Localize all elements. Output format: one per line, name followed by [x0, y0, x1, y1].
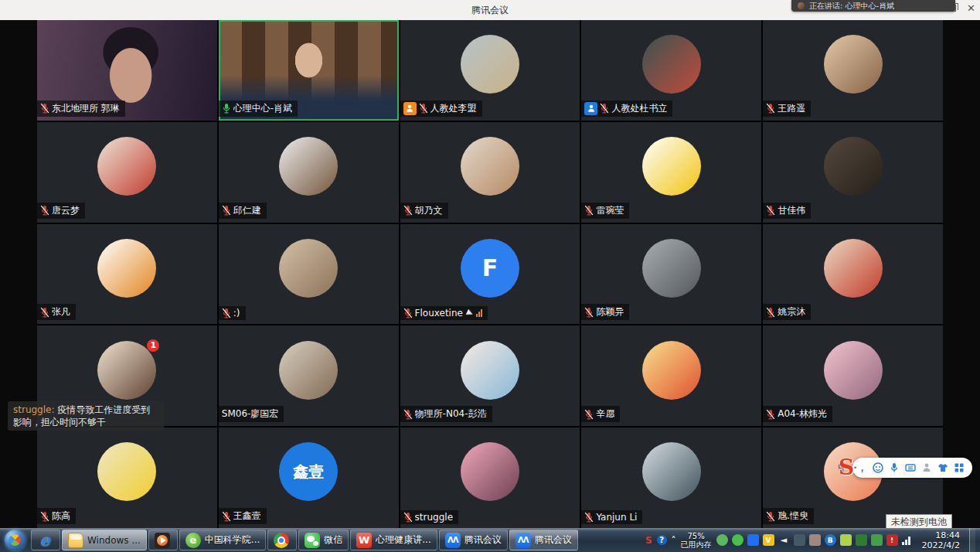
sogou-ime-toolbar[interactable]: S 中 ·，: [852, 458, 972, 478]
volume-icon[interactable]: ◄: [778, 534, 790, 546]
participant-tile[interactable]: 姚宗沐: [763, 224, 943, 325]
participant-tile[interactable]: 雷琬莹: [581, 122, 761, 223]
tray-expand-icon[interactable]: ˄: [672, 536, 676, 545]
taskbar-button-explorer[interactable]: Windows ...: [62, 530, 147, 550]
taskbar-button-browser360[interactable]: e 中国科学院...: [179, 530, 266, 550]
wechat-tray-icon[interactable]: [732, 534, 744, 546]
participant-name-label: Yanjun Li: [581, 510, 642, 524]
participant-tile[interactable]: F Flouxetine: [400, 224, 580, 325]
skin-shirt-icon[interactable]: [937, 462, 948, 473]
participant-name: 物理所-N04-彭浩: [415, 407, 487, 421]
participant-tile[interactable]: 王路遥: [763, 20, 943, 121]
start-button[interactable]: [5, 530, 26, 550]
memory-percent: 75%: [681, 532, 712, 540]
vg-downloader-icon[interactable]: V: [763, 534, 774, 546]
security-shield-icon[interactable]: [856, 534, 867, 546]
participant-name-label: 王路遥: [763, 101, 811, 117]
emoji-icon[interactable]: [873, 462, 883, 473]
participant-name-label: 邱仁建: [219, 203, 267, 219]
participant-tile[interactable]: 鑫壹 王鑫壹: [219, 428, 399, 528]
participant-tile[interactable]: 东北地理所 郭琳: [37, 20, 217, 121]
participant-name-label: 虺.悭臾: [763, 508, 814, 524]
participant-tile[interactable]: 邱仁建: [219, 122, 399, 223]
participant-name: 东北地理所 郭琳: [52, 102, 120, 115]
participant-name: 雷琬莹: [596, 204, 624, 217]
participant-tile[interactable]: 辛愿: [581, 325, 761, 426]
participant-tile[interactable]: 胡乃文: [400, 122, 580, 223]
meeting-tray-icon[interactable]: [747, 534, 759, 546]
participant-name-label: 姚宗沐: [763, 304, 811, 320]
taskbar-button-meeting[interactable]: ΛΛ 腾讯会议: [439, 530, 508, 550]
participant-tile[interactable]: 唐云梦: [37, 122, 217, 223]
participant-avatar: F: [461, 239, 519, 298]
participant-tile[interactable]: 陈高: [37, 428, 217, 528]
participant-tile[interactable]: Yanjun Li: [581, 428, 761, 528]
network-signal-icon[interactable]: [902, 536, 913, 545]
chat-message-overlay: struggle: 疫情导致工作进度受到影响，担心时间不够干: [8, 401, 164, 431]
participant-avatar: [824, 35, 883, 94]
battery-alert-icon[interactable]: !: [886, 534, 898, 546]
player-icon: [155, 533, 170, 548]
punctuation-icon[interactable]: ·，: [853, 461, 867, 475]
window-title: 腾讯会议: [471, 4, 509, 17]
participant-avatar: [97, 239, 156, 298]
participant-name: SM06-廖国宏: [222, 407, 279, 421]
mic-status-icon: [40, 511, 49, 522]
participant-tile[interactable]: 人教处杜书立: [581, 20, 761, 121]
participant-tile[interactable]: 心理中心-肖斌: [219, 20, 399, 121]
participant-name: Flouxetine: [415, 308, 463, 319]
participant-avatar: [642, 35, 701, 94]
participant-avatar: [642, 239, 701, 298]
chat-sender: struggle:: [13, 404, 55, 415]
app-label: Windows ...: [87, 535, 141, 546]
participant-avatar: [824, 239, 883, 298]
taskbar-button-wechat[interactable]: 微信: [298, 530, 349, 550]
bluetooth-icon[interactable]: B: [825, 534, 836, 546]
green-tool-icon[interactable]: [871, 534, 883, 546]
participant-name: 胡乃文: [415, 204, 443, 217]
avatar-text: F: [482, 254, 499, 281]
meeting-icon: ΛΛ: [445, 533, 461, 548]
sogou-logo-icon[interactable]: S: [839, 455, 854, 480]
voice-input-mic-icon[interactable]: [889, 462, 900, 473]
shield-360-icon[interactable]: [840, 534, 852, 546]
participant-tile[interactable]: struggle: [400, 428, 580, 528]
taskbar-button-player[interactable]: [148, 530, 178, 550]
participant-avatar: 鑫壹: [279, 442, 338, 501]
participant-tile[interactable]: SM06-廖国宏: [219, 325, 399, 426]
participant-tile[interactable]: 人教处李盟: [400, 20, 580, 121]
app-label: 微信: [324, 533, 342, 547]
participant-tile[interactable]: A04-林炜光: [763, 325, 943, 426]
participant-tile[interactable]: 陈颖异: [581, 224, 761, 325]
close-window-icon[interactable]: ✕: [967, 3, 975, 13]
participant-avatar: [279, 137, 338, 196]
memory-usage-indicator[interactable]: 75% 已用内存: [681, 532, 712, 549]
taskbar-clock[interactable]: 18:44 2022/4/2: [917, 530, 965, 550]
toolbox-grid-icon[interactable]: [954, 462, 965, 473]
help-tray-icon[interactable]: ?: [657, 535, 667, 545]
package-tray-icon[interactable]: [809, 534, 821, 546]
speaking-indicator-text: 正在讲话: 心理中心-肖斌: [809, 1, 894, 12]
taskbar-button-meeting[interactable]: ΛΛ 腾讯会议: [509, 530, 578, 550]
participant-name: 陈高: [52, 509, 70, 523]
participant-tile[interactable]: 张凡: [37, 224, 217, 325]
taskbar-button-chrome[interactable]: [267, 530, 297, 550]
sogou-tray-icon[interactable]: S: [645, 536, 652, 545]
participant-name-label: SM06-廖国宏: [219, 406, 284, 422]
show-desktop-button[interactable]: [969, 528, 975, 552]
handwriting-person-icon[interactable]: [921, 462, 932, 473]
participant-name-label: 陈高: [37, 508, 76, 524]
utility-tray-icon[interactable]: [794, 534, 805, 546]
mic-status-icon: [584, 307, 594, 318]
mic-status-icon: [403, 512, 413, 523]
profile-person-icon: [403, 102, 417, 115]
virtual-keyboard-icon[interactable]: [905, 462, 916, 473]
mic-status-icon: [584, 512, 594, 523]
profile-person-icon: [584, 102, 597, 115]
taskbar-button-wps[interactable]: W 心理健康讲...: [350, 530, 437, 550]
participant-tile[interactable]: 物理所-N04-彭浩: [400, 325, 580, 426]
participant-tile[interactable]: :): [219, 224, 399, 325]
taskbar-button-ie[interactable]: e: [31, 530, 60, 550]
usb-device-icon[interactable]: [716, 534, 728, 546]
participant-tile[interactable]: 甘佳伟: [763, 122, 943, 223]
